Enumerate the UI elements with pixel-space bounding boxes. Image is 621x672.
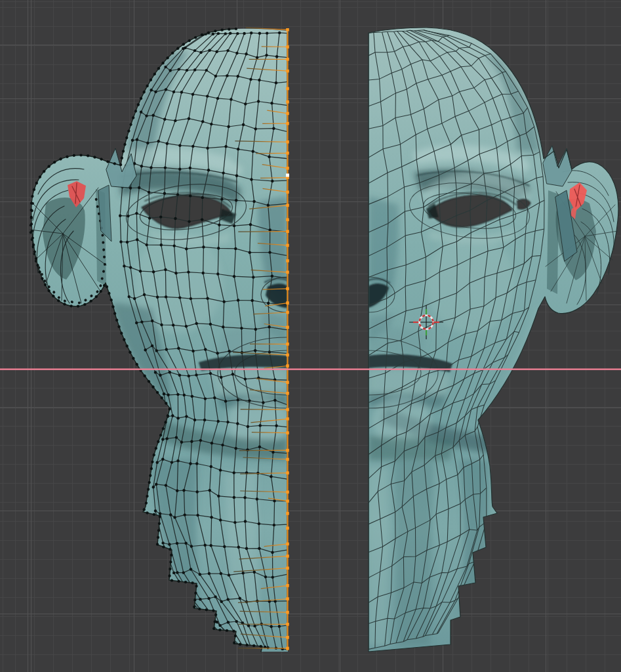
mesh-vertex [167, 394, 169, 396]
mesh-vertex [226, 74, 228, 77]
mesh-vertex [165, 484, 167, 486]
mesh-vertex [196, 514, 199, 516]
mesh-vertex [150, 89, 153, 91]
mesh-vertex [190, 568, 192, 570]
selected-vertex [286, 597, 289, 600]
mesh-vertex [230, 98, 232, 100]
mesh-vertex [136, 238, 138, 241]
mesh-vertex [156, 296, 159, 299]
mesh-vertex [220, 572, 222, 575]
mesh-vertex [209, 489, 211, 492]
selected-vertex [286, 499, 289, 503]
mesh-vertex [140, 165, 143, 167]
selected-vertex [286, 611, 289, 614]
mesh-vertex [161, 458, 164, 461]
mesh-vertex [267, 204, 270, 207]
mesh-vertex [250, 178, 252, 180]
selected-vertex [286, 623, 289, 626]
mesh-vertex [221, 444, 224, 446]
mesh-vertex [218, 624, 221, 627]
mesh-vertex [258, 79, 260, 81]
selected-vertex [286, 491, 289, 494]
mesh-vertex [199, 573, 201, 576]
mesh-vertex [224, 145, 227, 148]
mesh-vertex [178, 68, 180, 70]
mesh-vertex [135, 212, 138, 215]
mesh-vertex [251, 299, 254, 302]
mesh-vertex [203, 419, 206, 421]
selected-vertex [286, 45, 289, 49]
mesh-vertex [210, 442, 213, 444]
mesh-vertex [127, 215, 129, 217]
mesh-vertex [178, 168, 181, 171]
selected-fan-edge [241, 410, 288, 410]
selected-vertex [286, 28, 289, 32]
selected-vertex [286, 271, 289, 274]
mesh-vertex [216, 272, 219, 275]
mesh-vertex [210, 465, 212, 468]
selected-fan-edge [238, 232, 287, 232]
mesh-vertex [182, 571, 185, 574]
mesh-vertex [271, 180, 273, 182]
mesh-vertex [155, 483, 157, 486]
x-axis-line-shape [0, 368, 621, 370]
mesh-vertex [172, 324, 174, 326]
mesh-vertex [174, 119, 176, 122]
mesh-vertex [140, 320, 143, 323]
mesh-vertex [244, 377, 247, 380]
mesh-vertex [201, 218, 203, 220]
selected-vertex [286, 244, 289, 247]
mesh-vertex [268, 156, 270, 158]
mesh-vertex [236, 32, 239, 35]
mesh-vertex [170, 461, 173, 463]
blender-3d-viewport[interactable] [0, 0, 621, 672]
mesh-vertex [189, 167, 191, 169]
mesh-vertex [174, 217, 176, 220]
mesh-vertex [176, 542, 178, 545]
mesh-vertex [227, 598, 230, 600]
mesh-vertex [224, 32, 227, 35]
mesh-vertex [215, 51, 218, 53]
mesh-vertex [233, 521, 236, 524]
mesh-vertex [237, 75, 239, 77]
mesh-vertex [206, 297, 209, 300]
scene-svg [0, 0, 621, 672]
mesh-vertex [259, 424, 262, 427]
mesh-vertex [199, 51, 202, 54]
mesh-vertex [272, 127, 275, 130]
left-mesh-half[interactable] [30, 28, 357, 652]
selected-vertex [286, 140, 289, 144]
mesh-vertex [244, 520, 247, 522]
right-mesh-half[interactable] [299, 28, 618, 652]
mesh-vertex [163, 392, 165, 395]
mesh-vertex [266, 646, 269, 649]
selected-vertex [286, 112, 289, 116]
mesh-vertex [139, 270, 142, 272]
mesh-vertex [191, 93, 194, 96]
mesh-vertex [262, 401, 264, 404]
mesh-vertex [228, 642, 231, 645]
mesh-vertex [234, 247, 237, 250]
mesh-vertex [144, 348, 147, 351]
mesh-vertex [163, 192, 166, 195]
mesh-vertex [159, 513, 161, 515]
mesh-vertex [227, 621, 230, 623]
mesh-vertex [250, 32, 252, 34]
mesh-vertex [133, 297, 136, 300]
mesh-vertex [135, 322, 138, 324]
mesh-vertex [206, 147, 209, 150]
mesh-vertex [233, 224, 235, 227]
mesh-vertex [169, 513, 172, 516]
mesh-vertex [271, 551, 273, 554]
mesh-vertex [150, 166, 152, 169]
mesh-vertex [140, 111, 142, 114]
mesh-vertex [128, 295, 130, 298]
mesh-vertex [191, 350, 194, 352]
mesh-vertex [159, 374, 161, 377]
mesh-vertex [235, 199, 237, 201]
mesh-vertex [184, 542, 187, 545]
mesh-vertex [228, 574, 230, 576]
mesh-vertex [176, 417, 179, 419]
selected-vertex [286, 449, 289, 452]
mesh-vertex [236, 422, 239, 425]
